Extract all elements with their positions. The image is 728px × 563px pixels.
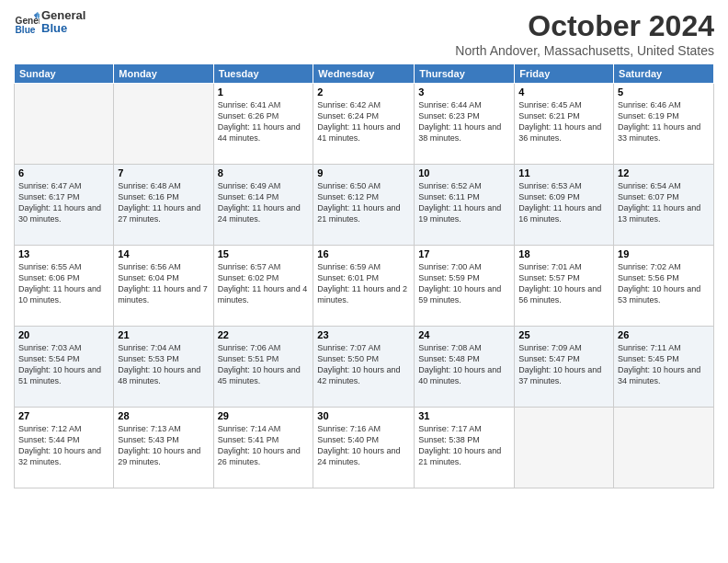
calendar-table: Sunday Monday Tuesday Wednesday Thursday…: [14, 63, 714, 488]
day-number: 25: [518, 329, 609, 340]
day-info: Sunrise: 6:53 AM Sunset: 6:09 PM Dayligh…: [518, 180, 609, 225]
day-number: 4: [518, 86, 609, 98]
table-row: 4Sunrise: 6:45 AM Sunset: 6:21 PM Daylig…: [515, 84, 614, 165]
col-saturday: Saturday: [614, 64, 714, 84]
table-row: 1Sunrise: 6:41 AM Sunset: 6:26 PM Daylig…: [213, 84, 313, 165]
table-row: 10Sunrise: 6:52 AM Sunset: 6:11 PM Dayli…: [415, 165, 515, 246]
table-row: 24Sunrise: 7:08 AM Sunset: 5:48 PM Dayli…: [415, 327, 515, 408]
calendar-week-row: 20Sunrise: 7:03 AM Sunset: 5:54 PM Dayli…: [15, 327, 714, 408]
col-tuesday: Tuesday: [213, 64, 313, 84]
day-info: Sunrise: 6:45 AM Sunset: 6:21 PM Dayligh…: [518, 99, 609, 144]
day-info: Sunrise: 6:42 AM Sunset: 6:24 PM Dayligh…: [317, 99, 410, 144]
day-info: Sunrise: 7:03 AM Sunset: 5:54 PM Dayligh…: [18, 342, 109, 387]
day-info: Sunrise: 6:49 AM Sunset: 6:14 PM Dayligh…: [218, 180, 310, 225]
day-info: Sunrise: 7:16 AM Sunset: 5:40 PM Dayligh…: [317, 423, 410, 468]
table-row: 20Sunrise: 7:03 AM Sunset: 5:54 PM Dayli…: [15, 327, 114, 408]
day-number: 15: [218, 248, 310, 259]
table-row: 29Sunrise: 7:14 AM Sunset: 5:41 PM Dayli…: [213, 408, 313, 488]
day-info: Sunrise: 6:46 AM Sunset: 6:19 PM Dayligh…: [618, 99, 710, 144]
day-info: Sunrise: 7:04 AM Sunset: 5:53 PM Dayligh…: [118, 342, 209, 387]
table-row: 22Sunrise: 7:06 AM Sunset: 5:51 PM Dayli…: [213, 327, 313, 408]
month-title: October 2024: [455, 9, 714, 43]
svg-text:Blue: Blue: [16, 25, 36, 35]
logo-text: General Blue: [41, 9, 85, 36]
col-thursday: Thursday: [415, 64, 515, 84]
table-row: 7Sunrise: 6:48 AM Sunset: 6:16 PM Daylig…: [114, 165, 213, 246]
day-number: 18: [518, 248, 609, 259]
table-row: 11Sunrise: 6:53 AM Sunset: 6:09 PM Dayli…: [515, 165, 614, 246]
table-row: [515, 408, 614, 488]
table-row: 12Sunrise: 6:54 AM Sunset: 6:07 PM Dayli…: [614, 165, 714, 246]
calendar-week-row: 6Sunrise: 6:47 AM Sunset: 6:17 PM Daylig…: [15, 165, 714, 246]
day-number: 2: [317, 86, 410, 98]
day-info: Sunrise: 6:44 AM Sunset: 6:23 PM Dayligh…: [418, 99, 510, 144]
header: General Blue General Blue October 2024 N…: [14, 9, 714, 58]
table-row: 31Sunrise: 7:17 AM Sunset: 5:38 PM Dayli…: [415, 408, 515, 488]
day-number: 26: [618, 329, 710, 340]
day-number: 30: [317, 410, 410, 421]
col-friday: Friday: [515, 64, 614, 84]
subtitle: North Andover, Massachusetts, United Sta…: [455, 43, 714, 58]
table-row: 30Sunrise: 7:16 AM Sunset: 5:40 PM Dayli…: [313, 408, 415, 488]
page: General Blue General Blue October 2024 N…: [0, 0, 728, 563]
day-info: Sunrise: 7:01 AM Sunset: 5:57 PM Dayligh…: [518, 261, 609, 306]
table-row: 26Sunrise: 7:11 AM Sunset: 5:45 PM Dayli…: [614, 327, 714, 408]
table-row: 18Sunrise: 7:01 AM Sunset: 5:57 PM Dayli…: [515, 246, 614, 327]
day-number: 31: [418, 410, 510, 421]
day-info: Sunrise: 6:41 AM Sunset: 6:26 PM Dayligh…: [218, 99, 310, 144]
day-number: 24: [418, 329, 510, 340]
table-row: 19Sunrise: 7:02 AM Sunset: 5:56 PM Dayli…: [614, 246, 714, 327]
day-number: 10: [418, 167, 510, 178]
day-number: 13: [18, 248, 109, 259]
day-number: 12: [618, 167, 710, 178]
day-number: 5: [618, 86, 710, 98]
day-number: 21: [118, 329, 209, 340]
day-number: 3: [418, 86, 510, 98]
day-number: 6: [18, 167, 109, 178]
table-row: 2Sunrise: 6:42 AM Sunset: 6:24 PM Daylig…: [313, 84, 415, 165]
table-row: 17Sunrise: 7:00 AM Sunset: 5:59 PM Dayli…: [415, 246, 515, 327]
day-number: 20: [18, 329, 109, 340]
title-area: October 2024 North Andover, Massachusett…: [455, 9, 714, 58]
table-row: [114, 84, 213, 165]
day-number: 14: [118, 248, 209, 259]
day-info: Sunrise: 7:09 AM Sunset: 5:47 PM Dayligh…: [518, 342, 609, 387]
table-row: 9Sunrise: 6:50 AM Sunset: 6:12 PM Daylig…: [313, 165, 415, 246]
col-monday: Monday: [114, 64, 213, 84]
day-number: 19: [618, 248, 710, 259]
day-info: Sunrise: 6:52 AM Sunset: 6:11 PM Dayligh…: [418, 180, 510, 225]
day-info: Sunrise: 6:56 AM Sunset: 6:04 PM Dayligh…: [118, 261, 209, 306]
table-row: 14Sunrise: 6:56 AM Sunset: 6:04 PM Dayli…: [114, 246, 213, 327]
day-number: 17: [418, 248, 510, 259]
table-row: [614, 408, 714, 488]
day-info: Sunrise: 6:50 AM Sunset: 6:12 PM Dayligh…: [317, 180, 410, 225]
calendar-week-row: 13Sunrise: 6:55 AM Sunset: 6:06 PM Dayli…: [15, 246, 714, 327]
day-number: 16: [317, 248, 410, 259]
day-number: 9: [317, 167, 410, 178]
day-info: Sunrise: 6:59 AM Sunset: 6:01 PM Dayligh…: [317, 261, 410, 306]
day-number: 1: [218, 86, 310, 98]
day-number: 22: [218, 329, 310, 340]
day-info: Sunrise: 6:57 AM Sunset: 6:02 PM Dayligh…: [218, 261, 310, 306]
col-wednesday: Wednesday: [313, 64, 415, 84]
day-number: 27: [18, 410, 109, 421]
table-row: 28Sunrise: 7:13 AM Sunset: 5:43 PM Dayli…: [114, 408, 213, 488]
logo-icon: General Blue: [14, 9, 40, 35]
table-row: 5Sunrise: 6:46 AM Sunset: 6:19 PM Daylig…: [614, 84, 714, 165]
day-number: 23: [317, 329, 410, 340]
day-info: Sunrise: 7:13 AM Sunset: 5:43 PM Dayligh…: [118, 423, 209, 468]
day-number: 11: [518, 167, 609, 178]
day-number: 28: [118, 410, 209, 421]
day-info: Sunrise: 7:06 AM Sunset: 5:51 PM Dayligh…: [218, 342, 310, 387]
day-number: 7: [118, 167, 209, 178]
logo: General Blue General Blue: [14, 9, 85, 36]
table-row: 21Sunrise: 7:04 AM Sunset: 5:53 PM Dayli…: [114, 327, 213, 408]
table-row: [15, 84, 114, 165]
table-row: 13Sunrise: 6:55 AM Sunset: 6:06 PM Dayli…: [15, 246, 114, 327]
day-info: Sunrise: 7:07 AM Sunset: 5:50 PM Dayligh…: [317, 342, 410, 387]
table-row: 16Sunrise: 6:59 AM Sunset: 6:01 PM Dayli…: [313, 246, 415, 327]
calendar-week-row: 27Sunrise: 7:12 AM Sunset: 5:44 PM Dayli…: [15, 408, 714, 488]
day-number: 29: [218, 410, 310, 421]
day-info: Sunrise: 6:47 AM Sunset: 6:17 PM Dayligh…: [18, 180, 109, 225]
logo-general: General: [41, 9, 85, 22]
